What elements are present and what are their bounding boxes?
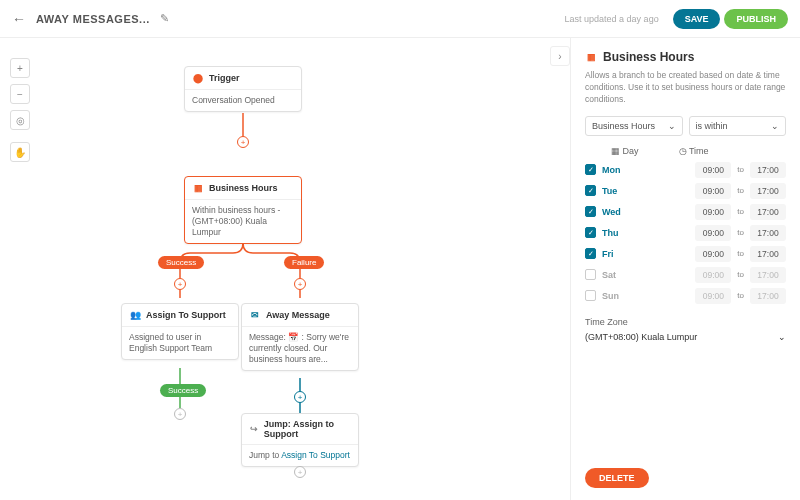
time-from[interactable]: 09:00	[695, 267, 731, 283]
day-checkbox[interactable]: ✓	[585, 164, 596, 175]
day-checkbox[interactable]: ✓	[585, 290, 596, 301]
delete-button[interactable]: DELETE	[585, 468, 649, 488]
day-checkbox[interactable]: ✓	[585, 185, 596, 196]
assign-icon: 👥	[129, 309, 141, 321]
to-label: to	[737, 165, 744, 174]
canvas-toolbar: + − ◎ ✋	[10, 58, 30, 162]
day-name: Fri	[602, 249, 624, 259]
panel-title: ▦ Business Hours	[585, 50, 786, 64]
day-checkbox[interactable]: ✓	[585, 227, 596, 238]
condition-operator-select[interactable]: is within⌄	[689, 116, 787, 136]
time-from[interactable]: 09:00	[695, 204, 731, 220]
node-business-hours[interactable]: ▦Business Hours Within business hours - …	[184, 176, 302, 244]
last-updated: Last updated a day ago	[565, 14, 659, 24]
trigger-icon: ⬤	[192, 72, 204, 84]
panel-description: Allows a branch to be created based on d…	[585, 70, 786, 106]
add-step-button[interactable]: +	[294, 391, 306, 403]
node-title: Jump: Assign to Support	[264, 419, 351, 439]
chevron-down-icon: ⌄	[668, 121, 676, 131]
to-label: to	[737, 207, 744, 216]
node-title: Business Hours	[209, 183, 278, 193]
zoom-out-button[interactable]: −	[10, 84, 30, 104]
time-to[interactable]: 17:00	[750, 267, 786, 283]
day-name: Thu	[602, 228, 624, 238]
calendar-icon: ▦	[585, 51, 597, 63]
day-row: ✓Fri09:00to17:00	[585, 246, 786, 262]
mail-icon: ✉	[249, 309, 261, 321]
timezone-label: Time Zone	[585, 317, 786, 327]
time-from[interactable]: 09:00	[695, 288, 731, 304]
save-button[interactable]: SAVE	[673, 9, 721, 29]
jump-icon: ↪	[249, 423, 259, 435]
branch-success: Success	[160, 384, 206, 397]
add-step-button[interactable]: +	[174, 408, 186, 420]
fit-button[interactable]: ◎	[10, 110, 30, 130]
node-title: Assign To Support	[146, 310, 226, 320]
node-body: Jump to Assign To Support	[242, 445, 358, 466]
workflow-title: AWAY MESSAGES...	[36, 13, 150, 25]
add-step-button[interactable]: +	[294, 278, 306, 290]
publish-button[interactable]: PUBLISH	[724, 9, 788, 29]
calendar-icon: ▦	[192, 182, 204, 194]
node-body: Conversation Opened	[185, 90, 301, 111]
node-away-message[interactable]: ✉Away Message Message: 📅 : Sorry we're c…	[241, 303, 359, 371]
properties-panel: ▦ Business Hours Allows a branch to be c…	[570, 38, 800, 500]
time-to[interactable]: 17:00	[750, 288, 786, 304]
to-label: to	[737, 291, 744, 300]
node-body: Message: 📅 : Sorry we're currently close…	[242, 327, 358, 370]
time-to[interactable]: 17:00	[750, 204, 786, 220]
day-checkbox[interactable]: ✓	[585, 269, 596, 280]
add-step-button[interactable]: +	[174, 278, 186, 290]
time-from[interactable]: 09:00	[695, 225, 731, 241]
node-assign[interactable]: 👥Assign To Support Assigned to user in E…	[121, 303, 239, 360]
node-body: Within business hours - (GMT+08:00) Kual…	[185, 200, 301, 243]
node-trigger[interactable]: ⬤Trigger Conversation Opened	[184, 66, 302, 112]
node-title: Trigger	[209, 73, 240, 83]
day-row: ✓Mon09:00to17:00	[585, 162, 786, 178]
day-name: Sat	[602, 270, 624, 280]
panel-collapse-button[interactable]: ›	[550, 46, 570, 66]
branch-success: Success	[158, 256, 204, 269]
day-row: ✓Thu09:00to17:00	[585, 225, 786, 241]
node-title: Away Message	[266, 310, 330, 320]
day-name: Sun	[602, 291, 624, 301]
day-row: ✓Sun09:00to17:00	[585, 288, 786, 304]
time-to[interactable]: 17:00	[750, 162, 786, 178]
back-icon[interactable]: ←	[12, 11, 26, 27]
edit-icon[interactable]: ✎	[160, 12, 169, 25]
day-row: ✓Sat09:00to17:00	[585, 267, 786, 283]
day-checkbox[interactable]: ✓	[585, 206, 596, 217]
condition-type-select[interactable]: Business Hours⌄	[585, 116, 683, 136]
day-name: Mon	[602, 165, 624, 175]
schedule-header: ▦ Day ◷ Time	[585, 146, 786, 156]
node-body: Assigned to user in English Support Team	[122, 327, 238, 359]
jump-link[interactable]: Assign To Support	[281, 450, 350, 460]
day-name: Tue	[602, 186, 624, 196]
time-to[interactable]: 17:00	[750, 183, 786, 199]
add-step-button[interactable]: +	[294, 466, 306, 478]
pan-button[interactable]: ✋	[10, 142, 30, 162]
to-label: to	[737, 228, 744, 237]
timezone-select[interactable]: (GMT+08:00) Kuala Lumpur⌄	[585, 330, 786, 345]
to-label: to	[737, 270, 744, 279]
zoom-in-button[interactable]: +	[10, 58, 30, 78]
add-step-button[interactable]: +	[237, 136, 249, 148]
time-to[interactable]: 17:00	[750, 225, 786, 241]
day-row: ✓Wed09:00to17:00	[585, 204, 786, 220]
to-label: to	[737, 186, 744, 195]
chevron-down-icon: ⌄	[778, 332, 786, 342]
time-from[interactable]: 09:00	[695, 183, 731, 199]
canvas[interactable]: + − ◎ ✋ ⬤Trigger Conversation Opened + ▦…	[0, 38, 570, 500]
day-checkbox[interactable]: ✓	[585, 248, 596, 259]
branch-failure: Failure	[284, 256, 324, 269]
day-name: Wed	[602, 207, 624, 217]
node-jump[interactable]: ↪Jump: Assign to Support Jump to Assign …	[241, 413, 359, 467]
to-label: to	[737, 249, 744, 258]
chevron-down-icon: ⌄	[771, 121, 779, 131]
time-from[interactable]: 09:00	[695, 162, 731, 178]
topbar: ← AWAY MESSAGES... ✎ Last updated a day …	[0, 0, 800, 38]
day-row: ✓Tue09:00to17:00	[585, 183, 786, 199]
time-to[interactable]: 17:00	[750, 246, 786, 262]
time-from[interactable]: 09:00	[695, 246, 731, 262]
